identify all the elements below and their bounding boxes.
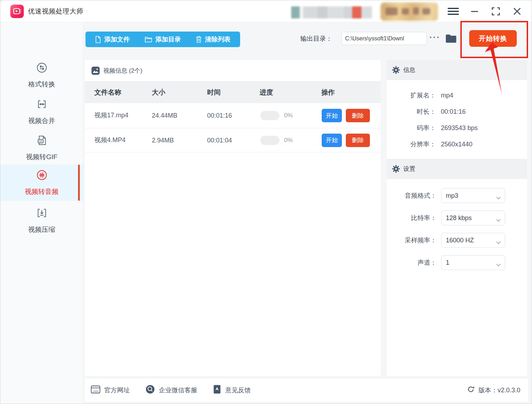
gear-icon (392, 165, 400, 174)
video-to-audio-icon (36, 169, 48, 183)
sidebar-item-label: 视频转GIF (26, 152, 57, 162)
app-title: 优速视频处理大师 (28, 7, 83, 16)
hamburger-icon (448, 7, 459, 15)
details-panel: 信息 扩展名： mp4 时长： 00:01:16 码率： 2693543 bps… (387, 60, 527, 376)
sample-rate-select[interactable]: 16000 HZ (441, 233, 505, 248)
chevron-down-icon (496, 217, 501, 223)
file-add-icon (95, 36, 101, 43)
file-size: 2.94MB (152, 136, 174, 144)
add-file-button[interactable]: 添加文件 (88, 32, 137, 47)
progress-percent: 0% (284, 112, 293, 119)
folder-add-icon (145, 36, 152, 43)
row-delete-button[interactable]: 删除 (346, 134, 370, 147)
sidebar-item-label: 视频转音频 (25, 187, 59, 196)
file-name: 视频17.mp4 (94, 111, 138, 120)
row-delete-button[interactable]: 删除 (346, 109, 370, 122)
sidebar-item-video-to-gif[interactable]: GIF 视频转GIF (0, 130, 83, 165)
app-footer: .com 官方网址 企业微信客服 意见反馈 (85, 378, 528, 402)
video-to-gif-icon: GIF (36, 134, 48, 148)
start-convert-button[interactable]: 开始转换 (469, 30, 517, 47)
file-duration: 00:01:04 (207, 136, 232, 144)
sidebar-item-label: 视频合并 (28, 116, 55, 125)
video-merge-icon (36, 98, 48, 112)
file-name: 视频4.MP4 (94, 135, 138, 145)
photo-icon (91, 66, 100, 77)
wechat-support-link[interactable]: 企业微信客服 (145, 385, 197, 395)
redacted-user-badge (381, 2, 438, 21)
svg-text:GIF: GIF (39, 140, 43, 142)
info-section-title: 信息 (403, 66, 415, 74)
version-label: 版本：v2.0.3.0 (478, 386, 520, 394)
table-row: 视频4.MP4 2.94MB 00:01:04 0% 开始 删除 (85, 128, 381, 152)
info-field-bitrate: 码率： 2693543 bps (387, 122, 527, 134)
video-list-card: 视频信息 (2个) 文件名称 大小 时间 进度 操作 视频17.mp4 24.4… (85, 60, 381, 376)
audio-format-select[interactable]: mp3 (441, 188, 505, 203)
sidebar-item-video-compress[interactable]: 视频压缩 (0, 203, 83, 238)
chevron-down-icon (496, 239, 501, 246)
file-duration: 00:01:16 (207, 112, 232, 119)
sidebar-item-video-merge[interactable]: 视频合并 (0, 94, 83, 129)
close-button[interactable] (510, 5, 524, 18)
toolbar: 添加文件 添加目录 清除列表 输出目录： ··· (0, 22, 532, 60)
maximize-icon (491, 7, 500, 16)
sidebar-item-video-to-audio[interactable]: 视频转音频 (0, 164, 83, 201)
output-directory-input[interactable] (342, 32, 427, 45)
close-icon (512, 7, 522, 16)
output-directory-label: 输出目录： (300, 34, 332, 43)
wechat-support-icon (145, 385, 155, 395)
clear-list-button[interactable]: 清除列表 (188, 32, 238, 47)
titlebar: 优速视频处理大师 (0, 0, 532, 22)
settings-section-header: 设置 (387, 159, 527, 179)
table-header-row: 文件名称 大小 时间 进度 操作 (85, 81, 381, 103)
chevron-down-icon (496, 262, 501, 268)
browse-more-button[interactable]: ··· (430, 33, 440, 42)
channels-select[interactable]: 1 (441, 255, 505, 270)
sidebar: 格式转换 视频合并 GIF 视频转GIF (0, 22, 83, 404)
refresh-icon (467, 385, 475, 395)
info-field-extension: 扩展名： mp4 (387, 89, 527, 102)
menu-button[interactable] (447, 5, 460, 18)
column-progress: 进度 (260, 88, 273, 97)
minimize-icon (470, 7, 479, 16)
open-folder-button[interactable] (445, 33, 457, 45)
progress-percent: 0% (284, 137, 293, 144)
info-field-duration: 时长： 00:01:16 (387, 105, 527, 118)
sidebar-item-format-convert[interactable]: 格式转换 (0, 58, 83, 92)
chevron-down-icon (496, 195, 501, 201)
info-field-resolution: 分辨率： 2560x1440 (387, 138, 527, 151)
row-start-button[interactable]: 开始 (322, 109, 342, 122)
setting-channels: 声道： 1 (387, 255, 527, 270)
maximize-button[interactable] (489, 5, 503, 18)
column-time: 时间 (207, 88, 221, 97)
progress-bar (260, 136, 279, 145)
feedback-link[interactable]: 意见反馈 (213, 385, 251, 395)
video-list-title: 视频信息 (2个) (103, 67, 143, 75)
file-size: 24.44MB (152, 112, 177, 119)
setting-sample-rate: 采样频率： 16000 HZ (387, 233, 527, 248)
setting-bitrate: 比特率： 128 kbps (387, 211, 527, 225)
folder-icon (445, 33, 457, 43)
progress-bar (260, 111, 279, 120)
column-size: 大小 (152, 88, 165, 97)
info-section-header: 信息 (387, 60, 527, 80)
bitrate-select[interactable]: 128 kbps (441, 211, 505, 225)
sidebar-item-label: 格式转换 (28, 80, 55, 89)
video-compress-icon (36, 207, 48, 220)
gear-icon (392, 66, 400, 75)
feedback-icon (213, 385, 221, 395)
app-logo-icon (10, 5, 24, 18)
column-actions: 操作 (321, 88, 335, 97)
row-start-button[interactable]: 开始 (322, 134, 342, 147)
settings-section-title: 设置 (403, 165, 415, 173)
minimize-button[interactable] (468, 5, 481, 18)
setting-audio-format: 音频格式： mp3 (387, 188, 527, 203)
add-directory-button[interactable]: 添加目录 (137, 32, 188, 47)
official-website-link[interactable]: .com 官方网址 (91, 385, 130, 395)
app-window: 优速视频处理大师 (0, 0, 532, 404)
video-list-header: 视频信息 (2个) (85, 60, 381, 81)
sidebar-item-label: 视频压缩 (28, 225, 55, 234)
redacted-user-info (291, 6, 372, 18)
version-info[interactable]: 版本：v2.0.3.0 (467, 385, 520, 395)
website-icon: .com (91, 385, 100, 395)
column-filename: 文件名称 (94, 88, 121, 97)
